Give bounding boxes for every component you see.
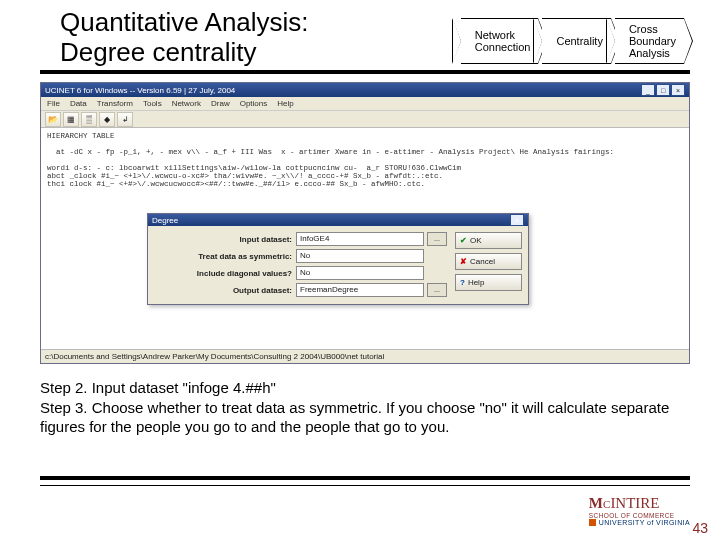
chevron-network-connection: NetworkConnection — [461, 18, 539, 64]
breadcrumb-chevrons: NetworkConnection Centrality CrossBounda… — [461, 18, 684, 64]
check-icon: ✔ — [460, 236, 467, 245]
dialog-close-button[interactable]: × — [510, 214, 524, 226]
x-icon: ✘ — [460, 257, 467, 266]
row-diagonal: Include diagonal values? No — [152, 266, 447, 280]
menu-tools[interactable]: Tools — [143, 99, 162, 108]
tool-open-icon[interactable]: 📂 — [45, 112, 61, 127]
label-diagonal: Include diagonal values? — [152, 269, 296, 278]
row-symmetric: Treat data as symmetric: No — [152, 249, 447, 263]
statusbar: c:\Documents and Settings\Andrew Parker\… — [41, 349, 689, 363]
ok-button[interactable]: ✔OK — [455, 232, 522, 249]
input-dataset-field[interactable]: InfoGE4 — [296, 232, 424, 246]
label-output-dataset: Output dataset: — [152, 286, 296, 295]
dialog-titlebar: Degree × — [148, 214, 528, 226]
v-square-icon — [589, 519, 596, 526]
output-dataset-browse[interactable]: ... — [427, 283, 447, 297]
menu-network[interactable]: Network — [172, 99, 201, 108]
window-controls: _ □ × — [641, 84, 685, 96]
mcintire-logo: MCMcINTIREINTIRE SCHOOL OF COMMERCE UNIV… — [589, 495, 690, 526]
bottom-thin-divider — [40, 485, 690, 486]
minimize-button[interactable]: _ — [641, 84, 655, 96]
cancel-button[interactable]: ✘Cancel — [455, 253, 522, 270]
question-icon: ? — [460, 278, 465, 287]
maximize-button[interactable]: □ — [656, 84, 670, 96]
close-button[interactable]: × — [671, 84, 685, 96]
menu-draw[interactable]: Draw — [211, 99, 230, 108]
label-symmetric: Treat data as symmetric: — [152, 252, 296, 261]
ucinet-window: UCINET 6 for Windows -- Version 6.59 | 2… — [40, 82, 690, 364]
input-dataset-browse[interactable]: ... — [427, 232, 447, 246]
tool-exit-icon[interactable]: ↲ — [117, 112, 133, 127]
row-output-dataset: Output dataset: FreemanDegree ... — [152, 283, 447, 297]
dialog-fields: Input dataset: InfoGE4 ... Treat data as… — [148, 226, 451, 304]
window-title: UCINET 6 for Windows -- Version 6.59 | 2… — [45, 86, 235, 95]
menubar: File Data Transform Tools Network Draw O… — [41, 97, 689, 111]
diagonal-field[interactable]: No — [296, 266, 424, 280]
toolbar: 📂 ▦ ▒ ◆ ↲ — [41, 111, 689, 128]
menu-transform[interactable]: Transform — [97, 99, 133, 108]
tool-sheet-icon[interactable]: ▦ — [63, 112, 79, 127]
window-titlebar: UCINET 6 for Windows -- Version 6.59 | 2… — [41, 83, 689, 97]
title-line-2: Degree centrality — [60, 37, 257, 67]
menu-options[interactable]: Options — [240, 99, 268, 108]
output-dataset-field[interactable]: FreemanDegree — [296, 283, 424, 297]
top-divider — [40, 70, 690, 74]
title-line-1: Quantitative Analysis: — [60, 7, 309, 37]
output-pane: HIERARCHY TABLE at -dC x - fp -p_1, +, -… — [41, 128, 689, 192]
help-button[interactable]: ?Help — [455, 274, 522, 291]
bottom-divider — [40, 476, 690, 480]
tool-grid-icon[interactable]: ▒ — [81, 112, 97, 127]
instruction-text: Step 2. Input dataset "infoge 4.##h" Ste… — [40, 378, 690, 437]
dialog-title: Degree — [152, 216, 178, 225]
chevron-centrality: Centrality — [542, 18, 610, 64]
symmetric-field[interactable]: No — [296, 249, 424, 263]
page-number: 43 — [692, 520, 708, 536]
menu-file[interactable]: File — [47, 99, 60, 108]
row-input-dataset: Input dataset: InfoGE4 ... — [152, 232, 447, 246]
dialog-buttons: ✔OK ✘Cancel ?Help — [451, 226, 528, 304]
slide-title: Quantitative Analysis: Degree centrality — [60, 8, 309, 68]
label-input-dataset: Input dataset: — [152, 235, 296, 244]
chevron-cross-boundary: CrossBoundaryAnalysis — [615, 18, 684, 64]
menu-data[interactable]: Data — [70, 99, 87, 108]
tool-draw-icon[interactable]: ◆ — [99, 112, 115, 127]
degree-dialog: Degree × Input dataset: InfoGE4 ... Trea… — [147, 213, 529, 305]
menu-help[interactable]: Help — [277, 99, 293, 108]
